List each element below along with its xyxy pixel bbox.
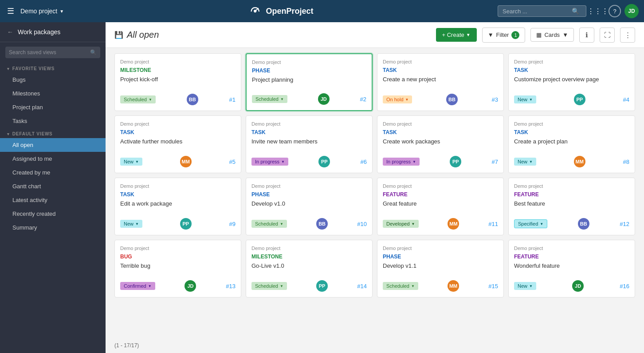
card-project: Demo project: [514, 121, 629, 127]
sidebar-item-bugs[interactable]: Bugs: [0, 73, 106, 87]
card-avatar: MM: [574, 156, 585, 167]
status-badge[interactable]: Specified ▼: [514, 219, 547, 228]
card-item[interactable]: Demo project TASK Customize project over…: [508, 53, 635, 111]
status-badge[interactable]: In progress ▼: [251, 158, 288, 166]
card-footer: Scheduled ▼ BB #10: [251, 218, 367, 230]
sidebar-item-assigned-to-me[interactable]: Assigned to me: [0, 152, 106, 166]
card-item[interactable]: Demo project PHASE Project planning Sche…: [246, 53, 373, 111]
favorite-views-section[interactable]: ▾ FAVORITE VIEWS: [0, 63, 106, 73]
card-item[interactable]: Demo project FEATURE Great feature Devel…: [377, 178, 504, 235]
project-name-label: Demo project: [20, 8, 57, 15]
info-button[interactable]: ℹ: [579, 28, 594, 43]
status-badge[interactable]: New ▼: [120, 158, 142, 166]
sidebar-item-milestones[interactable]: Milestones: [0, 87, 106, 100]
create-button[interactable]: + Create ▼: [436, 28, 477, 42]
sidebar-item-gantt-chart[interactable]: Gantt chart: [0, 179, 106, 193]
card-item[interactable]: Demo project TASK Create work packages I…: [377, 115, 504, 173]
card-item[interactable]: Demo project FEATURE Wonderful feature N…: [508, 240, 635, 297]
more-options-button[interactable]: ⋮: [620, 28, 635, 43]
card-title: Invite new team members: [251, 138, 367, 151]
expand-button[interactable]: ⛶: [600, 28, 615, 43]
search-input[interactable]: [503, 8, 569, 15]
card-title: Activate further modules: [120, 138, 236, 151]
status-badge[interactable]: Developed ▼: [383, 220, 419, 228]
card-item[interactable]: Demo project TASK Create a new project O…: [377, 53, 504, 111]
back-arrow-icon[interactable]: ←: [7, 28, 13, 36]
sidebar-item-summary[interactable]: Summary: [0, 221, 106, 234]
filter-button[interactable]: ▼ Filter 1: [482, 28, 526, 43]
create-label: + Create: [442, 32, 464, 38]
status-dropdown-arrow: ▼: [280, 222, 283, 226]
status-dropdown-arrow: ▼: [529, 98, 533, 102]
card-item[interactable]: Demo project PHASE Develop v1.1 Schedule…: [377, 240, 504, 297]
status-badge[interactable]: New ▼: [514, 95, 536, 103]
card-avatar: JD: [572, 280, 584, 292]
status-badge[interactable]: Scheduled ▼: [252, 95, 287, 103]
card-item[interactable]: Demo project MILESTONE Go-Live v1.0 Sche…: [246, 240, 373, 297]
search-icon: 🔍: [90, 49, 97, 56]
status-badge[interactable]: Scheduled ▼: [120, 95, 156, 103]
sidebar-search[interactable]: 🔍: [5, 47, 100, 58]
status-badge[interactable]: On hold ▼: [383, 95, 412, 103]
status-badge[interactable]: Scheduled ▼: [251, 282, 287, 290]
card-item[interactable]: Demo project PHASE Develop v1.0 Schedule…: [246, 178, 373, 235]
card-project: Demo project: [383, 246, 498, 251]
card-type: PHASE: [383, 254, 498, 260]
card-avatar: BB: [316, 218, 328, 230]
status-badge[interactable]: New ▼: [120, 220, 142, 228]
cards-icon: ▦: [536, 32, 542, 38]
card-number: #3: [492, 96, 498, 103]
hamburger-icon[interactable]: ☰: [5, 4, 16, 18]
filter-label: Filter: [496, 32, 509, 38]
cards-view-button[interactable]: ▦ Cards ▼: [530, 28, 574, 42]
card-avatar: PP: [318, 156, 330, 167]
global-search[interactable]: 🔍: [498, 5, 586, 17]
save-icon[interactable]: 💾: [114, 31, 123, 39]
sidebar-item-project-plan[interactable]: Project plan: [0, 100, 106, 114]
card-footer: Developed ▼ MM #11: [383, 218, 498, 230]
chevron-icon: ▾: [7, 132, 10, 136]
card-footer: Confirmed ▼ JD #13: [120, 280, 236, 292]
card-item[interactable]: Demo project FEATURE Best feature Specif…: [508, 178, 635, 235]
card-number: #2: [360, 96, 366, 103]
search-icon: 🔍: [572, 8, 579, 15]
status-dropdown-arrow: ▼: [281, 160, 285, 164]
card-type: MILESTONE: [120, 67, 236, 73]
sidebar-item-created-by-me[interactable]: Created by me: [0, 166, 106, 179]
card-item[interactable]: Demo project TASK Invite new team member…: [246, 115, 373, 173]
card-avatar: JD: [185, 280, 196, 292]
card-footer: New ▼ PP #4: [514, 94, 629, 105]
card-project: Demo project: [383, 121, 498, 127]
status-dropdown-arrow: ▼: [412, 160, 416, 164]
status-badge[interactable]: New ▼: [514, 282, 536, 290]
sidebar-item-latest-activity[interactable]: Latest activity: [0, 193, 106, 207]
card-item[interactable]: Demo project MILESTONE Project kick-off …: [114, 53, 241, 111]
sidebar-item-tasks[interactable]: Tasks: [0, 114, 106, 128]
user-avatar[interactable]: JD: [624, 4, 639, 18]
card-item[interactable]: Demo project TASK Create a project plan …: [508, 115, 635, 173]
card-avatar: JD: [318, 93, 330, 105]
status-dropdown-arrow: ▼: [149, 98, 152, 102]
sidebar-item-all-open[interactable]: All open: [0, 138, 106, 152]
card-footer: In progress ▼ PP #7: [383, 156, 498, 167]
card-title: Go-Live v1.0: [251, 262, 367, 276]
card-item[interactable]: Demo project BUG Terrible bug Confirmed …: [114, 240, 241, 297]
project-selector[interactable]: Demo project ▼: [20, 8, 64, 15]
status-badge[interactable]: Scheduled ▼: [251, 220, 287, 228]
default-views-section[interactable]: ▾ DEFAULT VIEWS: [0, 128, 106, 138]
status-badge[interactable]: Scheduled ▼: [383, 282, 418, 290]
help-icon[interactable]: ?: [609, 5, 621, 17]
cards-grid: Demo project MILESTONE Project kick-off …: [114, 53, 635, 297]
card-number: #5: [229, 159, 236, 165]
card-project: Demo project: [383, 183, 498, 189]
status-badge[interactable]: In progress ▼: [383, 158, 420, 166]
grid-menu-icon[interactable]: ⋮⋮⋮: [591, 4, 605, 18]
top-navigation: ☰ Demo project ▼ OpenProject 🔍 ⋮⋮⋮ ? JD: [0, 0, 644, 22]
saved-views-search-input[interactable]: [9, 49, 87, 56]
sidebar-item-recently-created[interactable]: Recently created: [0, 207, 106, 221]
card-number: #4: [623, 96, 629, 103]
status-badge[interactable]: Confirmed ▼: [120, 282, 155, 290]
card-item[interactable]: Demo project TASK Activate further modul…: [114, 115, 241, 173]
status-badge[interactable]: New ▼: [514, 158, 536, 166]
card-item[interactable]: Demo project TASK Edit a work package Ne…: [114, 178, 241, 235]
